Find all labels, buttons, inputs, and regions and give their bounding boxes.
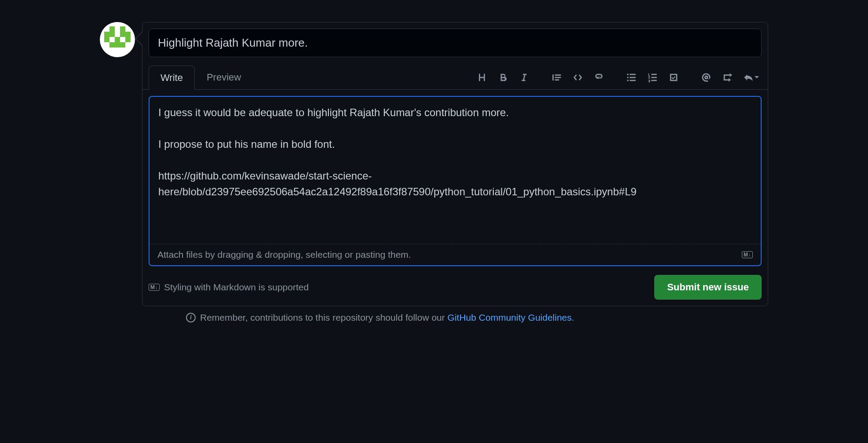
attach-hint-text: Attach files by dragging & dropping, sel… <box>157 249 411 260</box>
svg-point-0 <box>627 73 629 75</box>
guidelines-suffix: . <box>572 312 574 322</box>
quote-icon[interactable] <box>549 70 565 85</box>
issue-title-input[interactable] <box>149 29 762 57</box>
heading-icon[interactable] <box>474 70 490 85</box>
new-issue-panel: Write Preview <box>142 22 768 306</box>
markdown-toolbar <box>474 70 762 85</box>
community-guidelines-link[interactable]: GitHub Community Guidelines <box>448 312 572 322</box>
markdown-support-link[interactable]: M↓ Styling with Markdown is supported <box>149 282 309 293</box>
tab-write[interactable]: Write <box>149 66 195 90</box>
ordered-list-icon[interactable] <box>645 70 660 85</box>
markdown-badge-icon[interactable]: M↓ <box>742 251 753 258</box>
code-icon[interactable] <box>570 70 586 85</box>
link-icon[interactable] <box>591 70 607 85</box>
cross-reference-icon[interactable] <box>719 70 735 85</box>
guidelines-note: i Remember, contributions to this reposi… <box>186 312 768 323</box>
tab-preview[interactable]: Preview <box>195 65 253 89</box>
unordered-list-icon[interactable] <box>624 70 639 85</box>
bold-icon[interactable] <box>495 70 511 85</box>
avatar[interactable] <box>100 22 135 57</box>
markdown-badge-icon: M↓ <box>149 284 160 291</box>
task-list-icon[interactable] <box>666 70 682 85</box>
markdown-support-text: Styling with Markdown is supported <box>164 282 309 293</box>
attach-files-area[interactable]: Attach files by dragging & dropping, sel… <box>150 244 761 265</box>
svg-point-1 <box>627 77 629 78</box>
italic-icon[interactable] <box>516 70 532 85</box>
submit-new-issue-button[interactable]: Submit new issue <box>654 275 762 300</box>
svg-point-2 <box>627 80 629 81</box>
mention-icon[interactable] <box>698 70 714 85</box>
issue-body-textarea[interactable] <box>150 97 761 242</box>
saved-replies-icon[interactable] <box>740 70 762 85</box>
info-icon: i <box>186 313 196 322</box>
guidelines-prefix: Remember, contributions to this reposito… <box>200 312 448 322</box>
